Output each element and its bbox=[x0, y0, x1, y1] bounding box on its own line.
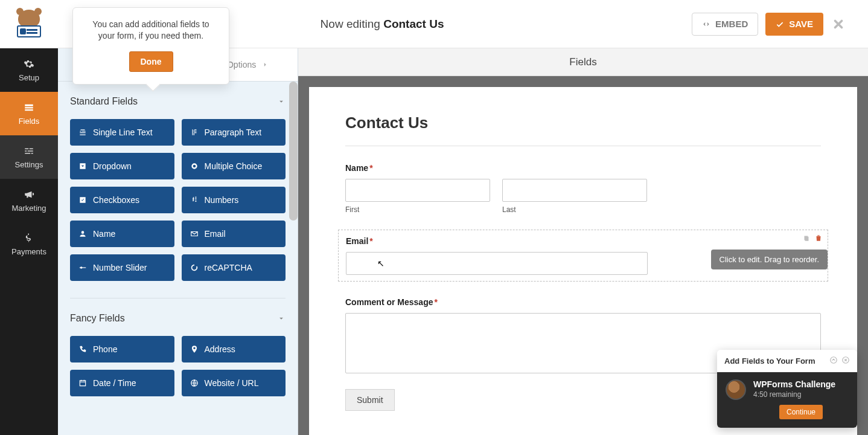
chevron-down-icon bbox=[277, 97, 286, 106]
field-chip[interactable]: Date / Time bbox=[70, 370, 174, 396]
close-icon bbox=[832, 18, 845, 31]
duplicate-icon[interactable] bbox=[802, 234, 811, 245]
field-chip-icon bbox=[78, 345, 87, 353]
field-chip-icon bbox=[190, 162, 199, 170]
field-chip[interactable]: Address bbox=[182, 336, 286, 362]
submit-button[interactable]: Submit bbox=[345, 389, 395, 411]
main-nav: Setup Fields Settings Marketing Payments bbox=[0, 0, 58, 435]
check-icon bbox=[776, 20, 784, 28]
field-hint: Click to edit. Drag to reorder. bbox=[711, 250, 828, 269]
dollar-icon bbox=[24, 233, 34, 243]
input-email[interactable] bbox=[346, 252, 648, 275]
close-button[interactable] bbox=[823, 18, 854, 31]
field-name-label: Name bbox=[345, 163, 368, 173]
topbar-title-prefix: Now editing bbox=[321, 18, 384, 30]
list-icon bbox=[24, 102, 34, 113]
preview-header: Fields bbox=[298, 48, 868, 76]
svg-point-0 bbox=[80, 266, 83, 269]
field-chip-label: Numbers bbox=[205, 195, 239, 205]
field-chip[interactable]: Number Slider bbox=[70, 254, 174, 281]
field-chip[interactable]: Checkboxes bbox=[70, 187, 174, 213]
popover-done-button[interactable]: Done bbox=[129, 51, 173, 72]
challenge-widget: Add Fields to Your Form WPForms Challeng… bbox=[717, 350, 857, 428]
close-icon[interactable] bbox=[841, 356, 850, 366]
field-chip[interactable]: Email bbox=[182, 221, 286, 247]
nav-payments-label: Payments bbox=[11, 247, 46, 256]
field-chip-icon bbox=[78, 230, 87, 238]
sublabel-first: First bbox=[345, 205, 490, 214]
sliders-icon bbox=[24, 146, 34, 156]
nav-fields[interactable]: Fields bbox=[0, 92, 58, 135]
section-fancy-label: Fancy Fields bbox=[70, 313, 125, 324]
form-title[interactable]: Contact Us bbox=[345, 114, 821, 132]
onboarding-popover: You can add additional fields to your fo… bbox=[72, 7, 229, 85]
field-chip-label: Email bbox=[205, 229, 226, 239]
challenge-title: WPForms Challenge bbox=[753, 379, 849, 389]
chevron-down-icon bbox=[277, 314, 286, 323]
nav-fields-label: Fields bbox=[19, 117, 40, 126]
nav-payments[interactable]: Payments bbox=[0, 222, 58, 266]
sublabel-last: Last bbox=[502, 205, 647, 214]
field-chip-icon bbox=[190, 230, 199, 238]
challenge-subtitle: 4:50 remaining bbox=[753, 390, 849, 399]
field-chip-label: Single Line Text bbox=[93, 127, 153, 137]
save-button-label: SAVE bbox=[789, 19, 813, 29]
field-email[interactable]: Email* ↖ Click to edit. Drag to reorder. bbox=[338, 230, 828, 282]
field-chip-icon bbox=[190, 379, 199, 387]
trash-icon[interactable] bbox=[814, 234, 823, 245]
field-chip-label: Number Slider bbox=[93, 263, 147, 272]
field-name[interactable]: Name* First Last bbox=[345, 163, 821, 214]
nav-settings-label: Settings bbox=[15, 160, 43, 169]
field-chip-icon bbox=[78, 128, 87, 137]
field-chip-label: Paragraph Text bbox=[205, 127, 262, 137]
mascot-icon bbox=[14, 10, 43, 39]
field-chip-icon bbox=[190, 345, 199, 353]
field-chip-label: reCAPTCHA bbox=[205, 263, 252, 272]
embed-button-label: EMBED bbox=[715, 19, 748, 29]
field-chip[interactable]: Numbers bbox=[182, 187, 286, 213]
required-asterisk: * bbox=[369, 163, 372, 173]
nav-setup[interactable]: Setup bbox=[0, 48, 58, 92]
field-chip-icon bbox=[190, 263, 199, 272]
field-chip[interactable]: Name bbox=[70, 221, 174, 247]
field-chip[interactable]: Multiple Choice bbox=[182, 153, 286, 179]
topbar-title-name: Contact Us bbox=[383, 18, 444, 30]
logo[interactable] bbox=[0, 0, 58, 48]
nav-settings[interactable]: Settings bbox=[0, 135, 58, 179]
collapse-icon[interactable] bbox=[829, 356, 838, 366]
field-comment-label: Comment or Message bbox=[345, 297, 433, 307]
code-icon bbox=[702, 20, 710, 28]
field-chip-label: Multiple Choice bbox=[205, 161, 263, 171]
save-button[interactable]: SAVE bbox=[765, 13, 823, 36]
popover-text: You can add additional fields to your fo… bbox=[85, 19, 217, 42]
required-asterisk: * bbox=[369, 236, 372, 246]
challenge-continue-button[interactable]: Continue bbox=[779, 405, 823, 419]
input-last-name[interactable] bbox=[502, 179, 647, 202]
bullhorn-icon bbox=[24, 189, 34, 200]
challenge-head-label: Add Fields to Your Form bbox=[724, 356, 815, 366]
field-chip-label: Website / URL bbox=[205, 378, 259, 388]
field-chip-label: Date / Time bbox=[93, 378, 136, 388]
required-asterisk: * bbox=[434, 297, 437, 307]
field-chip[interactable]: Dropdown bbox=[70, 153, 174, 179]
field-chip[interactable]: Paragraph Text bbox=[182, 119, 286, 146]
section-standard[interactable]: Standard Fields bbox=[70, 82, 286, 119]
field-chip[interactable]: reCAPTCHA bbox=[182, 254, 286, 281]
gear-icon bbox=[24, 59, 34, 69]
input-first-name[interactable] bbox=[345, 179, 490, 202]
fields-panel: Add Fields Field Options Standard Fields bbox=[58, 48, 298, 435]
field-chip[interactable]: Single Line Text bbox=[70, 119, 174, 146]
field-chip-label: Dropdown bbox=[93, 161, 132, 171]
mascot-avatar bbox=[726, 379, 746, 400]
field-chip[interactable]: Phone bbox=[70, 336, 174, 362]
field-chip-label: Phone bbox=[93, 344, 117, 354]
field-chip-icon bbox=[78, 263, 87, 272]
field-chip[interactable]: Website / URL bbox=[182, 370, 286, 396]
nav-marketing-label: Marketing bbox=[11, 204, 46, 213]
field-chip-icon bbox=[190, 128, 199, 137]
svg-point-1 bbox=[831, 357, 837, 364]
section-fancy[interactable]: Fancy Fields bbox=[70, 298, 286, 336]
nav-marketing[interactable]: Marketing bbox=[0, 179, 58, 222]
field-chip-label: Name bbox=[93, 229, 115, 239]
embed-button[interactable]: EMBED bbox=[692, 13, 758, 36]
